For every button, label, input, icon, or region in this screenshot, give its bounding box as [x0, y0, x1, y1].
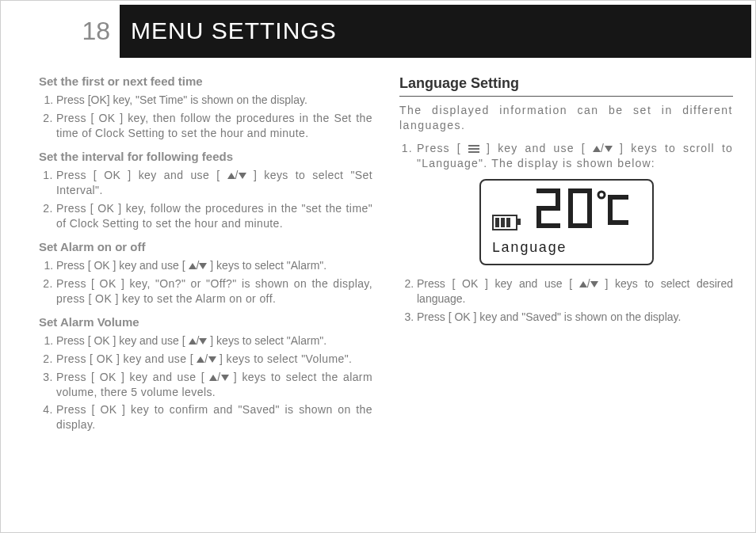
- step-text: ] keys to select "Alarm".: [207, 334, 326, 347]
- step-list: Press [ OK ] key and use [ / ] keys to s…: [399, 276, 733, 325]
- svg-rect-1: [556, 192, 560, 207]
- manual-page: 18 MENU SETTINGS Set the first or next f…: [0, 0, 756, 533]
- step: Press [ OK ] key and use [ / ] keys to s…: [56, 258, 372, 273]
- step-text: Press [ OK ] key and use [: [56, 352, 197, 365]
- step: Press [ OK ] key, then follow the proced…: [56, 111, 372, 141]
- intro-text: The displayed information can be set in …: [399, 103, 733, 133]
- step-list: Press [OK] key, "Set Time" is shown on t…: [39, 93, 372, 141]
- svg-point-9: [598, 192, 605, 198]
- left-column: Set the first or next feed time Press [O…: [39, 74, 372, 516]
- up-down-icon: /: [189, 259, 208, 272]
- step-text: Press [ OK ] key and use [: [56, 334, 189, 347]
- section-title: Language Setting: [399, 74, 733, 97]
- step-text: ] keys to select "Volume".: [216, 352, 353, 365]
- lcd-display: Language: [479, 179, 654, 265]
- svg-rect-3: [536, 209, 541, 225]
- content-columns: Set the first or next feed time Press [O…: [39, 74, 733, 516]
- step: Press [ OK ] key and use [ / ] keys to s…: [56, 352, 372, 367]
- step-text: Press [ OK ] key and use [: [56, 259, 189, 272]
- step-text: Press [ OK ] key and use [: [56, 371, 209, 383]
- page-title: MENU SETTINGS: [120, 15, 337, 48]
- step-list: Press [ OK ] key and use [ / ] keys to s…: [39, 258, 372, 306]
- step: Press [ OK ] key and use [ / ] keys to s…: [56, 333, 372, 348]
- step-text: Press [ OK ] key and use [: [56, 169, 227, 181]
- step: Press [ OK ] key and use [ / ] keys to s…: [417, 276, 733, 306]
- step-list: Press [ OK ] key and use [ / ] keys to s…: [39, 333, 372, 432]
- svg-rect-12: [608, 220, 628, 225]
- step: Press [ OK ] key and "Saved" is shown on…: [417, 310, 733, 325]
- step-text: Press [: [417, 142, 468, 154]
- step-text: Press [ OK ] key and use [: [417, 277, 579, 290]
- up-down-icon: /: [579, 277, 598, 290]
- svg-rect-4: [536, 223, 560, 228]
- step-list: Press [ OK ] key and use [ / ] keys to s…: [39, 168, 372, 231]
- header-bar: MENU SETTINGS: [120, 5, 751, 58]
- up-down-icon: /: [197, 352, 216, 365]
- section-heading: Set the first or next feed time: [39, 74, 372, 89]
- step: Press [ OK ] key, "On?" or "Off?" is sho…: [56, 276, 372, 306]
- step: Press [ OK ] key, follow the procedures …: [56, 201, 372, 231]
- page-number: 18: [1, 5, 120, 58]
- section-heading: Set Alarm Volume: [39, 314, 372, 330]
- step: Press [ OK ] key and use [ / ] keys to s…: [56, 168, 372, 198]
- svg-rect-8: [568, 223, 592, 228]
- menu-icon: [468, 145, 479, 153]
- up-down-icon: /: [209, 371, 228, 383]
- up-down-icon: /: [227, 169, 246, 181]
- section-heading: Set the interval for following feeds: [39, 149, 372, 165]
- section-heading: Set Alarm on or off: [39, 239, 372, 255]
- right-column: Language Setting The displayed informati…: [399, 74, 733, 516]
- up-down-icon: /: [189, 334, 208, 347]
- step-text: ] keys to select "Alarm".: [207, 259, 326, 272]
- step: Press [ ] key and use [ / ] keys to scro…: [417, 141, 733, 171]
- step: Press [ OK ] key to confirm and "Saved" …: [56, 402, 372, 432]
- step-list: Press [ ] key and use [ / ] keys to scro…: [399, 141, 733, 171]
- battery-icon: [492, 215, 517, 230]
- svg-rect-7: [587, 192, 592, 225]
- lcd-label: Language: [492, 238, 641, 257]
- svg-rect-11: [608, 198, 613, 222]
- up-down-icon: /: [593, 142, 613, 154]
- step: Press [OK] key, "Set Time" is shown on t…: [56, 93, 372, 108]
- step: Press [ OK ] key and use [ / ] keys to s…: [56, 370, 372, 400]
- svg-rect-6: [568, 192, 573, 225]
- step-text: ] key and use [: [479, 142, 593, 154]
- lcd-temperature: [525, 188, 641, 235]
